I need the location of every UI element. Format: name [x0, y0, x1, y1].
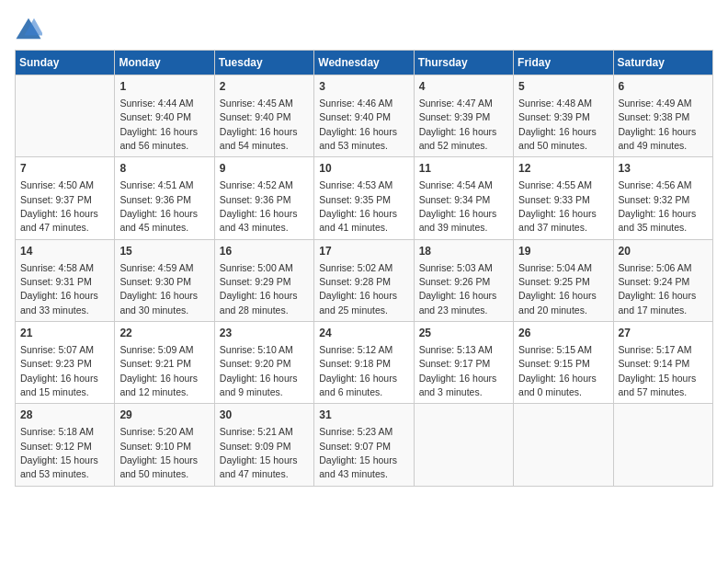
day-number: 18	[419, 244, 508, 259]
day-number: 30	[220, 408, 309, 423]
day-number: 5	[518, 79, 608, 95]
day-info: Sunrise: 4:50 AM Sunset: 9:37 PM Dayligh…	[20, 179, 98, 233]
day-number: 28	[20, 408, 109, 423]
header-saturday: Saturday	[613, 51, 712, 75]
logo	[15, 15, 46, 42]
day-number: 13	[619, 161, 708, 177]
day-number: 26	[518, 326, 608, 341]
calendar-cell: 25Sunrise: 5:13 AM Sunset: 9:17 PM Dayli…	[414, 322, 513, 404]
page-header	[15, 15, 713, 42]
day-info: Sunrise: 5:18 AM Sunset: 9:12 PM Dayligh…	[20, 426, 98, 479]
calendar-cell: 10Sunrise: 4:53 AM Sunset: 9:35 PM Dayli…	[314, 157, 414, 239]
calendar-cell: 2Sunrise: 4:45 AM Sunset: 9:40 PM Daylig…	[214, 75, 313, 157]
day-info: Sunrise: 4:44 AM Sunset: 9:40 PM Dayligh…	[119, 98, 198, 151]
calendar-cell	[613, 404, 712, 486]
day-number: 17	[319, 244, 408, 259]
header-tuesday: Tuesday	[214, 51, 313, 75]
day-number: 3	[319, 79, 408, 95]
day-info: Sunrise: 5:23 AM Sunset: 9:07 PM Dayligh…	[319, 426, 397, 479]
day-number: 21	[20, 326, 109, 341]
calendar-cell: 6Sunrise: 4:49 AM Sunset: 9:38 PM Daylig…	[613, 75, 712, 157]
calendar-cell: 21Sunrise: 5:07 AM Sunset: 9:23 PM Dayli…	[16, 322, 115, 404]
day-number: 29	[119, 408, 209, 423]
day-info: Sunrise: 5:09 AM Sunset: 9:21 PM Dayligh…	[119, 344, 198, 397]
day-info: Sunrise: 5:20 AM Sunset: 9:10 PM Dayligh…	[119, 426, 198, 479]
day-info: Sunrise: 5:02 AM Sunset: 9:28 PM Dayligh…	[319, 262, 397, 316]
day-number: 6	[619, 79, 708, 95]
day-number: 2	[220, 79, 309, 95]
day-info: Sunrise: 5:21 AM Sunset: 9:09 PM Dayligh…	[220, 426, 298, 479]
day-number: 31	[319, 408, 408, 423]
day-info: Sunrise: 4:56 AM Sunset: 9:32 PM Dayligh…	[619, 179, 697, 233]
calendar-cell: 15Sunrise: 4:59 AM Sunset: 9:30 PM Dayli…	[115, 239, 214, 321]
calendar-cell: 18Sunrise: 5:03 AM Sunset: 9:26 PM Dayli…	[414, 239, 513, 321]
day-number: 1	[119, 79, 209, 95]
logo-icon	[15, 15, 42, 42]
calendar-cell: 19Sunrise: 5:04 AM Sunset: 9:25 PM Dayli…	[514, 239, 613, 321]
day-info: Sunrise: 4:46 AM Sunset: 9:40 PM Dayligh…	[319, 98, 397, 151]
day-info: Sunrise: 4:52 AM Sunset: 9:36 PM Dayligh…	[220, 179, 298, 233]
calendar-week-1: 1Sunrise: 4:44 AM Sunset: 9:40 PM Daylig…	[16, 75, 713, 157]
calendar-cell: 12Sunrise: 4:55 AM Sunset: 9:33 PM Dayli…	[514, 157, 613, 239]
day-info: Sunrise: 4:59 AM Sunset: 9:30 PM Dayligh…	[119, 262, 198, 316]
header-thursday: Thursday	[414, 51, 513, 75]
calendar-cell: 31Sunrise: 5:23 AM Sunset: 9:07 PM Dayli…	[314, 404, 414, 486]
day-info: Sunrise: 5:07 AM Sunset: 9:23 PM Dayligh…	[20, 344, 98, 397]
calendar-cell: 7Sunrise: 4:50 AM Sunset: 9:37 PM Daylig…	[16, 157, 115, 239]
header-wednesday: Wednesday	[314, 51, 414, 75]
day-number: 4	[419, 79, 508, 95]
day-number: 12	[518, 161, 608, 177]
calendar-cell: 26Sunrise: 5:15 AM Sunset: 9:15 PM Dayli…	[514, 322, 613, 404]
day-number: 23	[220, 326, 309, 341]
day-number: 11	[419, 161, 508, 177]
day-number: 19	[518, 244, 608, 259]
day-number: 16	[220, 244, 309, 259]
day-info: Sunrise: 5:15 AM Sunset: 9:15 PM Dayligh…	[518, 344, 597, 397]
calendar-cell	[514, 404, 613, 486]
day-number: 20	[619, 244, 708, 259]
calendar-cell: 3Sunrise: 4:46 AM Sunset: 9:40 PM Daylig…	[314, 75, 414, 157]
day-number: 14	[20, 244, 109, 259]
day-number: 25	[419, 326, 508, 341]
day-number: 10	[319, 161, 408, 177]
calendar-cell: 30Sunrise: 5:21 AM Sunset: 9:09 PM Dayli…	[214, 404, 313, 486]
calendar-cell: 17Sunrise: 5:02 AM Sunset: 9:28 PM Dayli…	[314, 239, 414, 321]
header-sunday: Sunday	[16, 51, 115, 75]
day-info: Sunrise: 4:47 AM Sunset: 9:39 PM Dayligh…	[419, 98, 497, 151]
day-number: 24	[319, 326, 408, 341]
calendar-cell: 11Sunrise: 4:54 AM Sunset: 9:34 PM Dayli…	[414, 157, 513, 239]
calendar-cell: 20Sunrise: 5:06 AM Sunset: 9:24 PM Dayli…	[613, 239, 712, 321]
calendar-cell: 8Sunrise: 4:51 AM Sunset: 9:36 PM Daylig…	[115, 157, 214, 239]
calendar-cell: 1Sunrise: 4:44 AM Sunset: 9:40 PM Daylig…	[115, 75, 214, 157]
calendar-week-5: 28Sunrise: 5:18 AM Sunset: 9:12 PM Dayli…	[16, 404, 713, 486]
header-monday: Monday	[115, 51, 214, 75]
calendar-cell: 22Sunrise: 5:09 AM Sunset: 9:21 PM Dayli…	[115, 322, 214, 404]
calendar-cell	[414, 404, 513, 486]
calendar-table: SundayMondayTuesdayWednesdayThursdayFrid…	[15, 50, 713, 487]
day-info: Sunrise: 5:04 AM Sunset: 9:25 PM Dayligh…	[518, 262, 597, 316]
day-info: Sunrise: 5:12 AM Sunset: 9:18 PM Dayligh…	[319, 344, 397, 397]
calendar-cell: 14Sunrise: 4:58 AM Sunset: 9:31 PM Dayli…	[16, 239, 115, 321]
day-info: Sunrise: 4:45 AM Sunset: 9:40 PM Dayligh…	[220, 98, 298, 151]
calendar-cell: 24Sunrise: 5:12 AM Sunset: 9:18 PM Dayli…	[314, 322, 414, 404]
calendar-week-4: 21Sunrise: 5:07 AM Sunset: 9:23 PM Dayli…	[16, 322, 713, 404]
day-number: 15	[119, 244, 209, 259]
calendar-week-2: 7Sunrise: 4:50 AM Sunset: 9:37 PM Daylig…	[16, 157, 713, 239]
calendar-cell	[16, 75, 115, 157]
day-info: Sunrise: 4:54 AM Sunset: 9:34 PM Dayligh…	[419, 179, 497, 233]
calendar-cell: 28Sunrise: 5:18 AM Sunset: 9:12 PM Dayli…	[16, 404, 115, 486]
day-info: Sunrise: 5:03 AM Sunset: 9:26 PM Dayligh…	[419, 262, 497, 316]
day-info: Sunrise: 4:53 AM Sunset: 9:35 PM Dayligh…	[319, 179, 397, 233]
day-info: Sunrise: 4:55 AM Sunset: 9:33 PM Dayligh…	[518, 179, 597, 233]
day-info: Sunrise: 5:17 AM Sunset: 9:14 PM Dayligh…	[619, 344, 697, 397]
calendar-week-3: 14Sunrise: 4:58 AM Sunset: 9:31 PM Dayli…	[16, 239, 713, 321]
day-number: 9	[220, 161, 309, 177]
calendar-cell: 4Sunrise: 4:47 AM Sunset: 9:39 PM Daylig…	[414, 75, 513, 157]
day-info: Sunrise: 4:51 AM Sunset: 9:36 PM Dayligh…	[119, 179, 198, 233]
calendar-cell: 27Sunrise: 5:17 AM Sunset: 9:14 PM Dayli…	[613, 322, 712, 404]
day-info: Sunrise: 4:49 AM Sunset: 9:38 PM Dayligh…	[619, 98, 697, 151]
day-number: 27	[619, 326, 708, 341]
header-friday: Friday	[514, 51, 613, 75]
day-info: Sunrise: 5:06 AM Sunset: 9:24 PM Dayligh…	[619, 262, 697, 316]
day-number: 7	[20, 161, 109, 177]
